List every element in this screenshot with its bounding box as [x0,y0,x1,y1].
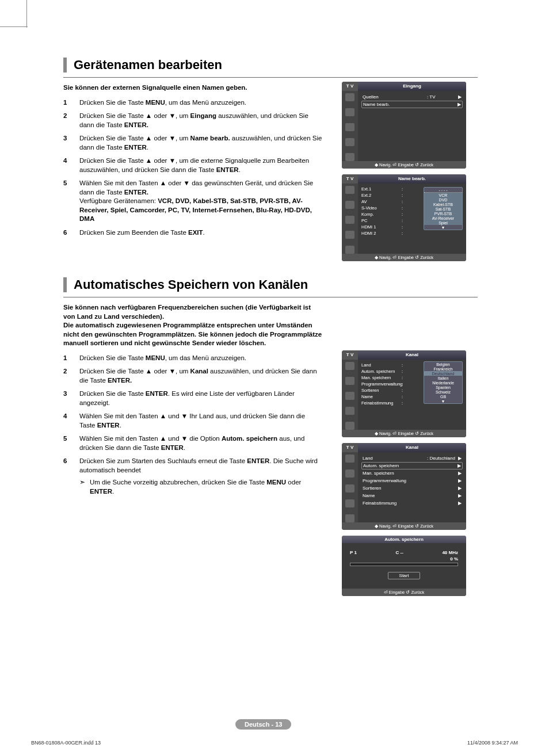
step-number: 5 [63,434,79,452]
instruction-step: 1Drücken Sie die Taste MENU, um das Menü… [63,98,322,108]
prog-mhz: 40 MHz [442,550,458,555]
osd-rows: Quellen: TV▶Name bearb.▶ [358,91,466,161]
osd-title: Name bearb. [358,174,466,184]
menu-row[interactable]: Feinabstimmung▶ [361,499,463,507]
osd-title: Kanal [358,443,466,452]
device-option[interactable]: PVR-STB [424,211,462,216]
osd-title: Eingang [358,82,466,91]
tab-icon [345,377,354,385]
step-number: 5 [63,179,79,224]
country-option[interactable]: Niederlande [424,380,462,385]
step-body: Wählen Sie mit den Tasten ▲ und ▼ die Op… [79,434,322,452]
tab-icon [345,499,354,507]
osd-icon-rail [342,91,358,161]
osd-icon-rail [342,360,358,430]
device-option[interactable]: DVD [424,197,462,202]
step-body: Drücken Sie die Taste MENU, um das Menü … [79,98,322,108]
instruction-step: 6Drücken Sie zum Beenden die Taste EXIT. [63,228,322,238]
device-option[interactable]: AV-Receiver [424,216,462,220]
step-number: 1 [63,98,79,108]
menu-row[interactable]: Autom. speichern▶ [361,462,463,469]
step-body: Drücken Sie die Taste ▲ oder ▼, um Einga… [79,112,322,129]
step-body: Wählen Sie mit den Tasten ▲ oder ▼ das g… [79,179,322,224]
crop-mark [0,26,28,27]
menu-row[interactable]: Name bearb.▶ [361,101,463,108]
chevron-right-icon: ▶ [456,500,462,506]
chevron-right-icon: ▶ [456,94,462,100]
step-number: 6 [63,228,79,238]
page-content: Gerätenamen bearbeiten Sie können der ex… [63,58,478,501]
step-number: 3 [63,134,79,152]
menu-row[interactable]: Name▶ [361,492,463,499]
instruction-step: 5Wählen Sie mit den Tasten ▲ oder ▼ das … [63,179,322,224]
country-option[interactable]: Deutschland [424,371,462,376]
country-option[interactable]: ▼ [424,399,462,403]
tab-icon [345,186,354,194]
menu-row[interactable]: Quellen: TV▶ [361,93,463,101]
chevron-right-icon: ▶ [456,492,462,499]
step-body: Drücken Sie zum Beenden die Taste EXIT. [79,228,322,238]
step-body: Wählen Sie mit den Tasten ▲ und ▼ Ihr La… [79,412,322,430]
chevron-right-icon: ▶ [455,101,461,108]
instruction-step: 3Drücken Sie die Taste ▲ oder ▼, um Name… [63,134,322,152]
osd-content: Land:Autom. speichern:Man. speichern:Pro… [358,360,466,430]
sub-note-text: Um die Suche vorzeitig abzubrechen, drüc… [90,478,322,496]
menu-label: Man. speichern [363,470,427,476]
tab-icon [345,246,354,254]
device-option[interactable]: - - - - [424,188,462,193]
footer-timestamp: 11/4/2008 9:34:27 AM [467,740,518,746]
device-option[interactable]: Spiel [424,220,462,225]
menu-label: Feinabstimmung [363,500,427,506]
country-option[interactable]: Schweiz [424,390,462,394]
osd-rows: Land: Deutschland▶Autom. speichern▶Man. … [358,452,466,522]
step-number: 1 [63,354,79,363]
country-option[interactable]: Frankreich [424,366,462,371]
osd-footer: ◆ Navig. ⏎ Eingabe ↺ Zurück [342,254,466,261]
tab-icon [345,469,354,478]
menu-label: Programmverwaltung [363,478,427,484]
section-1-heading: Gerätenamen bearbeiten [63,58,478,72]
device-option[interactable]: Kabel-STB [424,202,462,207]
tab-icon [345,392,354,400]
menu-row[interactable]: Programmverwaltung▶ [361,477,463,484]
chevron-right-icon: ▶ [456,455,462,461]
device-option[interactable]: ▼ [424,225,462,230]
country-option[interactable]: Belgien [424,362,462,366]
menu-label: Name [363,492,427,499]
osd-footer: ⏎ Eingabe ↺ Zurück [342,589,466,596]
menu-value [426,463,455,469]
tab-icon [345,153,354,161]
osd-footer: ◆ Navig. ⏎ Eingabe ↺ Zurück [342,430,466,437]
menu-label: Quellen [363,94,427,100]
country-option[interactable]: Spanien [424,385,462,390]
osd-group-2: T V Kanal Land:Autom. speichern:Man. spe… [342,350,466,596]
prog-p: P 1 [350,550,357,555]
menu-row[interactable]: Sortieren▶ [361,484,463,492]
osd-group-1: T V Eingang Quellen: TV▶Name bearb.▶ ◆ N… [342,82,466,267]
step-number: 6 [63,457,79,496]
menu-value [427,485,456,491]
menu-label: Land [363,455,427,461]
country-option[interactable]: Italien [424,376,462,380]
country-option[interactable]: GB [424,394,462,399]
device-option[interactable]: VCR [424,193,462,197]
chevron-right-icon: ▶ [456,470,462,476]
menu-value [427,500,456,506]
osd-tv-badge: T V [342,350,358,360]
osd-auto-store: Autom. speichern P 1 C -- 40 MHz 0 % Sta… [342,536,466,596]
step-body: Drücken Sie die Taste ▲ oder ▼, um Name … [79,134,322,152]
osd-kanal-land: T V Kanal Land:Autom. speichern:Man. spe… [342,350,466,437]
instruction-step: 4Wählen Sie mit den Tasten ▲ und ▼ Ihr L… [63,412,322,430]
menu-row[interactable]: Man. speichern▶ [361,469,463,477]
chevron-right-icon: ▶ [456,478,462,484]
section-2-steps: 1Drücken Sie die Taste MENU, um das Menü… [63,354,322,497]
osd-tv-badge: T V [342,443,358,452]
tab-icon [345,514,354,522]
menu-row[interactable]: Land: Deutschland▶ [361,455,463,462]
section-2-intro: Sie können nach verfügbaren Frequenzbere… [63,303,322,348]
device-option[interactable]: Sat-STB [424,207,462,211]
instruction-step: 1Drücken Sie die Taste MENU, um das Menü… [63,354,322,363]
tab-icon [345,123,354,131]
instruction-step: 4Drücken Sie die Taste ▲ oder ▼, um die … [63,156,322,174]
start-button[interactable]: Start [388,572,420,579]
